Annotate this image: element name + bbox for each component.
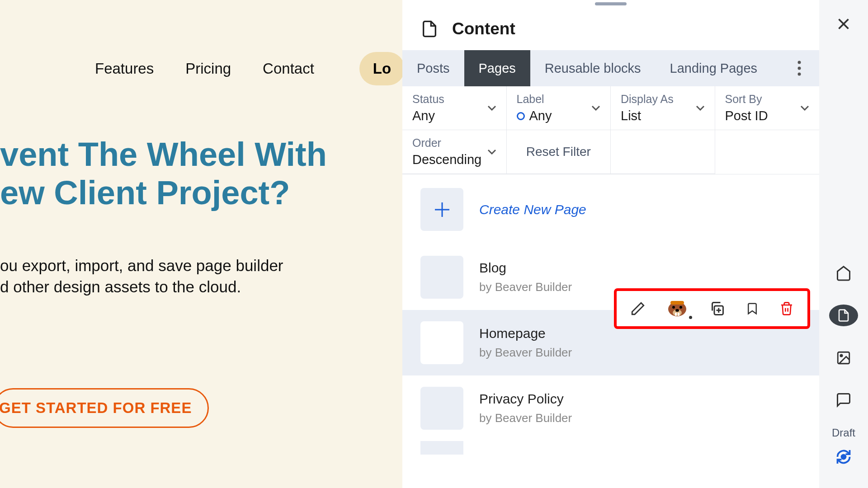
delete-icon[interactable] <box>779 300 794 317</box>
right-sidebar: Draft <box>819 0 868 488</box>
page-icon <box>420 19 439 39</box>
radio-icon <box>517 112 525 120</box>
filters: Status Any Label Any Display As List Sor… <box>402 86 819 174</box>
subheadline: ou export, import, and save page builder… <box>0 255 402 298</box>
create-new-page-button[interactable] <box>420 188 463 231</box>
page-thumbnail <box>420 387 463 430</box>
svg-point-2 <box>798 73 801 76</box>
sub-line2: d other design assets to the cloud. <box>0 276 402 297</box>
drag-handle[interactable] <box>595 2 627 5</box>
svg-point-9 <box>672 306 675 309</box>
filter-label[interactable]: Label Any <box>507 86 611 130</box>
edit-icon[interactable] <box>630 301 646 316</box>
filter-display-as[interactable]: Display As List <box>611 86 715 130</box>
nav-features[interactable]: Features <box>95 60 154 77</box>
reset-filter-button[interactable]: Reset Filter <box>507 130 611 174</box>
chevron-down-icon <box>800 105 809 111</box>
page-item-author: by Beaver Builder <box>479 280 572 294</box>
bookmark-icon[interactable] <box>745 300 759 317</box>
create-new-page-row[interactable]: Create New Page <box>402 174 819 244</box>
filter-status[interactable]: Status Any <box>402 86 507 130</box>
nav-contact[interactable]: Contact <box>263 60 314 77</box>
svg-point-10 <box>679 306 682 309</box>
duplicate-icon[interactable] <box>709 300 725 317</box>
page-thumbnail <box>420 256 463 299</box>
panel-title: Content <box>452 19 515 38</box>
page-item-title: Blog <box>479 260 572 276</box>
svg-rect-12 <box>670 301 684 305</box>
page-thumbnail <box>420 321 463 364</box>
svg-rect-7 <box>675 313 677 316</box>
filter-status-value: Any <box>412 108 496 123</box>
chevron-down-icon <box>487 149 496 155</box>
page-thumbnail <box>420 441 463 455</box>
filter-label-value: Any <box>517 108 601 123</box>
background-nav: Features Pricing Contact Lo <box>95 52 402 85</box>
page-item-title: Homepage <box>479 326 572 341</box>
sync-icon[interactable] <box>829 446 858 468</box>
chevron-down-icon <box>487 105 496 111</box>
headline-line2: ew Client Project? <box>0 174 402 212</box>
page-actions-toolbar <box>614 288 810 329</box>
tabs-more-icon[interactable] <box>779 61 819 76</box>
filter-label-label: Label <box>517 93 601 106</box>
filter-sort-label: Sort By <box>725 93 810 106</box>
headline: vent The Wheel With ew Client Project? <box>0 135 402 212</box>
page-item-title: Privacy Policy <box>479 391 572 407</box>
cta-button[interactable]: GET STARTED FOR FREE <box>0 388 209 428</box>
beaver-builder-icon[interactable] <box>666 299 689 318</box>
sub-line1: ou export, import, and save page builder <box>0 255 402 276</box>
panel-header: Content <box>402 5 819 50</box>
svg-point-20 <box>842 455 846 459</box>
svg-point-11 <box>675 309 679 312</box>
tab-landing[interactable]: Landing Pages <box>656 50 772 86</box>
page-item-author: by Beaver Builder <box>479 346 572 360</box>
chevron-down-icon <box>591 105 600 111</box>
svg-point-0 <box>798 61 801 64</box>
content-icon[interactable] <box>829 305 858 326</box>
tab-pages[interactable]: Pages <box>464 50 530 86</box>
tab-posts[interactable]: Posts <box>402 50 464 86</box>
home-icon[interactable] <box>829 263 858 284</box>
filter-sort-value: Post ID <box>725 108 810 123</box>
media-icon[interactable] <box>829 347 858 368</box>
filter-display-value: List <box>621 108 705 123</box>
page-list-item[interactable]: Privacy Policy by Beaver Builder <box>402 375 819 441</box>
svg-point-19 <box>840 354 842 356</box>
svg-rect-8 <box>678 313 679 316</box>
filter-order[interactable]: Order Descending <box>402 130 507 174</box>
close-icon[interactable] <box>835 16 852 32</box>
tab-reusable[interactable]: Reusable blocks <box>530 50 656 86</box>
chevron-down-icon <box>696 105 705 111</box>
page-list-item[interactable]: Homepage by Beaver Builder <box>402 310 819 375</box>
comments-icon[interactable] <box>829 389 858 411</box>
filter-order-value: Descending <box>412 152 496 167</box>
tabs: Posts Pages Reusable blocks Landing Page… <box>402 50 819 86</box>
background-website: Features Pricing Contact Lo vent The Whe… <box>0 0 402 488</box>
create-new-page-label: Create New Page <box>479 202 586 217</box>
content-panel: Content Posts Pages Reusable blocks Land… <box>402 0 819 488</box>
filter-display-label: Display As <box>621 93 705 106</box>
filter-order-label: Order <box>412 136 496 150</box>
filter-status-label: Status <box>412 93 496 106</box>
draft-label: Draft <box>832 427 855 439</box>
nav-login-button[interactable]: Lo <box>359 52 402 85</box>
svg-point-1 <box>798 67 801 70</box>
filter-sort-by[interactable]: Sort By Post ID <box>715 86 820 130</box>
headline-line1: vent The Wheel With <box>0 135 402 174</box>
page-list-item[interactable] <box>402 441 819 455</box>
nav-pricing[interactable]: Pricing <box>185 60 231 77</box>
page-item-author: by Beaver Builder <box>479 411 572 425</box>
